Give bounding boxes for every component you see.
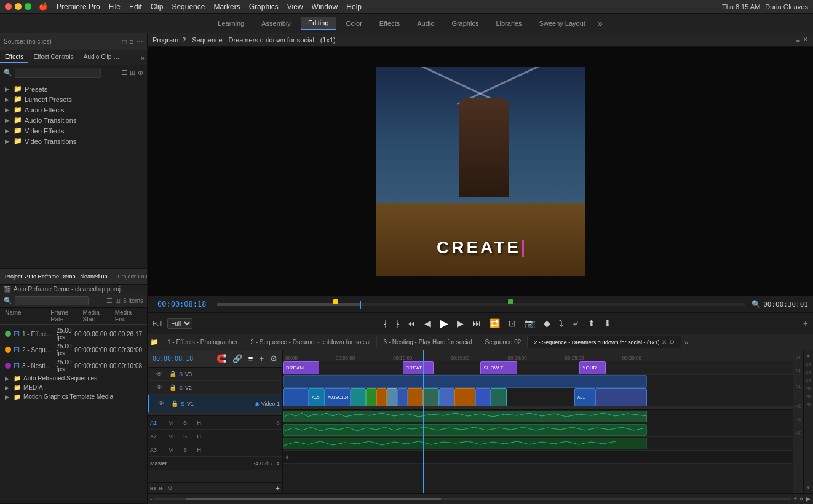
workspace-tab-audio[interactable]: Audio	[410, 17, 442, 30]
workspace-tab-effects[interactable]: Effects	[372, 17, 407, 30]
clip-v1-teal2[interactable]	[423, 388, 438, 406]
timeline-scroll-thumb[interactable]	[186, 498, 441, 500]
play-button[interactable]: ▶	[438, 315, 450, 331]
workspace-tab-editing[interactable]: Editing	[301, 17, 336, 30]
delete-tool[interactable]: ⚙	[269, 353, 279, 364]
tree-item-video-transitions[interactable]: ▶ 📁 Video Transitions	[0, 136, 147, 146]
seq-tab-2[interactable]: 2 - Sequence - Dreamers cutdown for soci…	[244, 336, 377, 348]
clip-v1-a05[interactable]: A05	[309, 388, 324, 406]
track-a2-mute[interactable]: H	[189, 433, 201, 439]
track-v3-eye[interactable]: 👁	[150, 371, 162, 377]
workspace-tab-assembly[interactable]: Assembly	[254, 17, 298, 30]
track-v1-eye[interactable]: 👁	[152, 400, 164, 407]
minimize-button[interactable]	[15, 3, 22, 10]
timeline-end-btn[interactable]: ⏭	[159, 485, 165, 492]
menu-premiere[interactable]: Premiere Pro	[57, 2, 100, 11]
track-a1-lock[interactable]: S	[175, 420, 187, 426]
maximize-button[interactable]	[25, 3, 31, 10]
seq-tab-5-close[interactable]: ✕	[662, 339, 667, 345]
add-marker-button[interactable]: ◆	[542, 317, 552, 329]
monitor-settings-icon[interactable]: ≡	[796, 36, 800, 44]
timeline-settings-btn[interactable]: ⚙	[167, 485, 173, 492]
track-v3-lock[interactable]: 🔒	[164, 371, 176, 377]
sequence-settings-tool[interactable]: ≡	[247, 353, 255, 364]
timeline-add-btn[interactable]: +	[276, 484, 280, 492]
window-controls[interactable]	[5, 3, 31, 10]
lift-button[interactable]: ⬆	[587, 317, 597, 329]
audio-a2-clip[interactable]	[283, 424, 647, 436]
tree-item-audio-transitions[interactable]: ▶ 📁 Audio Transitions	[0, 115, 147, 125]
add-track-tool[interactable]: +	[258, 353, 265, 364]
tree-item-audio-effects[interactable]: ▶ 📁 Audio Effects	[0, 104, 147, 115]
track-a1-mute[interactable]: H	[189, 420, 201, 426]
clip-v1-green1[interactable]	[366, 388, 376, 406]
workspace-tab-color[interactable]: Color	[339, 17, 370, 30]
seq-settings-icon[interactable]: ⚙	[669, 339, 675, 345]
menu-clip[interactable]: Clip	[151, 2, 164, 11]
mark-in-button[interactable]: {	[383, 317, 389, 329]
workspace-tab-libraries[interactable]: Libraries	[488, 17, 529, 30]
track-a2-lock[interactable]: S	[175, 433, 187, 439]
clip-v1-blue4[interactable]	[475, 388, 491, 406]
zoom-icon[interactable]: 🔍	[752, 300, 761, 309]
monitor-expand-icon[interactable]: ✕	[803, 36, 808, 44]
track-a2-eye[interactable]: M	[161, 433, 173, 439]
grid-view-icon[interactable]: ⊞	[130, 69, 135, 77]
clip-v1-orange3[interactable]	[454, 388, 475, 406]
seq-more-btn[interactable]: »	[681, 339, 690, 346]
export-frame-button[interactable]: 📷	[523, 317, 536, 329]
tl-zoom-out-btn[interactable]: -	[150, 495, 152, 502]
clip-v1-orange1[interactable]	[376, 388, 387, 406]
track-a3-eye[interactable]: M	[161, 447, 173, 453]
clip-v1-teal1[interactable]	[351, 388, 366, 406]
file-row-3[interactable]: 🎞 3 - Nesting - Play Hard for social 25.…	[0, 358, 147, 374]
track-v2-eye[interactable]: 👁	[150, 384, 162, 391]
monitor-progress-bar[interactable]	[217, 303, 745, 306]
go-to-in-button[interactable]: ⏮	[406, 317, 417, 329]
clip-v1-end[interactable]	[595, 388, 648, 406]
fit-dropdown[interactable]: Full 1/2 1/4 Fit	[167, 318, 192, 329]
expand-panel-button[interactable]: »	[141, 54, 147, 61]
project-search-input[interactable]	[15, 296, 89, 305]
extract-button[interactable]: ⬇	[603, 317, 613, 329]
tree-item-lumetri[interactable]: ▶ 📁 Lumetri Presets	[0, 94, 147, 104]
go-to-out-button[interactable]: ⏭	[471, 317, 482, 329]
effects-search-input[interactable]	[15, 68, 101, 78]
track-a1-eye[interactable]: M	[161, 420, 173, 426]
list-view-icon[interactable]: ☰	[121, 69, 127, 77]
track-height-btn-top[interactable]: ▲	[806, 353, 811, 358]
tab-effects[interactable]: Effects	[0, 52, 28, 63]
menu-window[interactable]: Window	[312, 2, 338, 11]
menu-edit[interactable]: Edit	[129, 2, 142, 11]
track-a3-mute[interactable]: H	[189, 447, 201, 453]
tl-zoom-in-btn[interactable]: +	[793, 495, 797, 502]
workspace-tab-sweeny[interactable]: Sweeny Layout	[532, 17, 593, 30]
project-tab-loudness[interactable]: Project: LoudnessForDurin	[113, 271, 147, 282]
clip-v1-blue2[interactable]	[397, 388, 408, 406]
step-back-button[interactable]: ◀	[423, 317, 432, 329]
track-v3-sync[interactable]: S	[178, 371, 183, 378]
track-a3-target[interactable]: A3	[150, 447, 159, 453]
clip-v1-orange2[interactable]	[408, 388, 423, 406]
master-keyframe-left[interactable]: ⋄	[285, 454, 289, 460]
timeline-horizontal-scrollbar[interactable]	[154, 498, 791, 500]
clip-v3-show[interactable]: SHOW T	[480, 361, 517, 374]
clip-v3-dream[interactable]: DREAM	[283, 361, 319, 374]
project-grid-icon[interactable]: ⊞	[115, 297, 121, 305]
track-a1-target[interactable]: A1	[150, 420, 159, 426]
menu-help[interactable]: Help	[346, 2, 362, 11]
folder-row-mgt[interactable]: ▶ 📁 Motion Graphics Template Media	[0, 392, 147, 401]
menu-view[interactable]: View	[287, 2, 303, 11]
clip-v1-light1[interactable]	[387, 388, 397, 406]
workspace-tab-learning[interactable]: Learning	[210, 17, 252, 30]
track-a2-target[interactable]: A2	[150, 433, 159, 439]
safe-margins-button[interactable]: ⊡	[507, 317, 517, 329]
more-workspaces-button[interactable]: »	[598, 18, 603, 28]
seq-tab-3[interactable]: 3 - Nesting - Play Hard for social	[377, 336, 478, 348]
track-v1-lock[interactable]: 🔒	[166, 400, 178, 407]
menu-markers[interactable]: Markers	[213, 2, 240, 11]
tree-item-video-effects[interactable]: ▶ 📁 Video Effects	[0, 125, 147, 136]
panel-icon-2[interactable]: ≡	[129, 37, 133, 46]
menu-file[interactable]: File	[109, 2, 121, 11]
project-tab-main[interactable]: Project: Auto Reframe Demo - cleaned up	[0, 271, 113, 282]
